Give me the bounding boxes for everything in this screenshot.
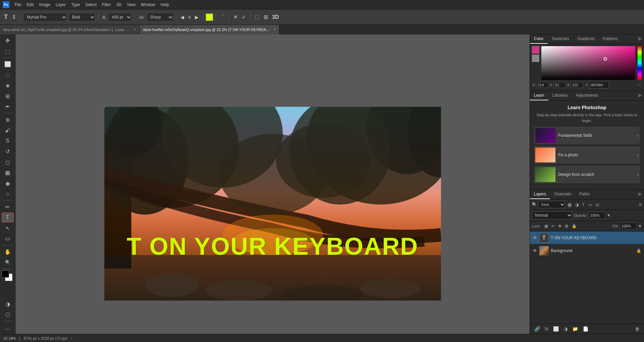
tab-channels[interactable]: Channels [550, 190, 575, 199]
tab-gradients[interactable]: Gradients [573, 34, 599, 44]
screen-mode-tool[interactable]: ⬡ [2, 310, 14, 320]
tab-learn[interactable]: Learn [530, 91, 548, 100]
hand-tool[interactable]: ✋ [2, 247, 14, 257]
text-tool[interactable]: T [2, 213, 14, 223]
layer-bg-eye[interactable]: 👁 [533, 248, 537, 253]
menu-file[interactable]: File [12, 2, 24, 8]
add-mask-btn[interactable]: ⬜ [551, 325, 561, 333]
eyedropper-tool[interactable]: ✒ [2, 102, 14, 112]
text-orientation-icon[interactable]: ⇕ [10, 13, 18, 21]
more-tools[interactable]: … [2, 322, 14, 333]
learn-card-more[interactable]: Design from scratch › [534, 166, 640, 183]
canvas-area[interactable]: T ON YOUR KEYBOARD [15, 34, 530, 334]
tab-paths[interactable]: Paths [575, 190, 594, 199]
menu-view[interactable]: View [124, 2, 138, 8]
clone-stamp-tool[interactable]: S [2, 136, 14, 146]
document-options-icon[interactable]: ⬚ [253, 13, 261, 21]
tab-libraries[interactable]: Libraries [548, 91, 572, 100]
3d-option[interactable]: 3D [271, 13, 280, 21]
filter-shape-btn[interactable]: ▭ [587, 201, 593, 208]
menu-edit[interactable]: Edit [24, 2, 36, 8]
commit-text-icon[interactable]: ✓ [240, 13, 247, 21]
color-gradient-picker[interactable] [541, 46, 635, 80]
lasso-tool[interactable]: ◌ [2, 70, 14, 80]
tab-1[interactable]: lena-denk-vO_RghTzvxE-unsplash.jpg @ 30.… [0, 25, 140, 34]
fill-arrow[interactable]: ▼ [638, 224, 642, 228]
gradient-tool[interactable]: ▦ [2, 168, 14, 178]
menu-window[interactable]: Window [138, 2, 158, 8]
menu-select[interactable]: Select [82, 2, 99, 8]
tab-adjustments[interactable]: Adjustments [572, 91, 602, 100]
quick-mask-tool[interactable]: ◑ [2, 299, 14, 309]
lock-transparent-icon[interactable]: ▦ [543, 223, 549, 229]
path-selection-tool[interactable]: ↖ [2, 223, 14, 233]
new-layer-btn[interactable]: 📄 [581, 325, 590, 333]
fill-input[interactable] [620, 222, 637, 230]
align-left-icon[interactable]: ◀ [179, 14, 185, 21]
tab-patterns[interactable]: Patterns [599, 34, 622, 44]
move-tool[interactable]: ✥ [2, 36, 14, 46]
add-style-btn[interactable]: fx [543, 325, 550, 333]
learn-panel-expand-icon[interactable]: ▶ [636, 91, 644, 100]
hex-input[interactable] [589, 81, 609, 89]
opacity-input[interactable] [588, 212, 605, 219]
status-arrow[interactable]: › [71, 336, 72, 340]
eraser-tool[interactable]: ◻ [2, 157, 14, 167]
object-select-tool[interactable]: ◈ [2, 81, 14, 91]
align-right-icon[interactable]: ▶ [194, 14, 200, 21]
zoom-tool[interactable]: 🔍 [2, 257, 14, 268]
filter-pixel-btn[interactable]: ▦ [567, 201, 573, 208]
font-size-select[interactable]: 400 pt [108, 13, 132, 22]
foreground-color[interactable] [2, 270, 9, 278]
blend-mode-select[interactable]: Normal [532, 211, 572, 219]
filter-adjust-btn[interactable]: ◑ [574, 201, 580, 208]
anti-alias-select[interactable]: Sharp [146, 13, 173, 22]
history-brush-tool[interactable]: ↺ [2, 147, 14, 157]
dodge-tool[interactable]: ○ [2, 189, 14, 199]
layer-item-background[interactable]: 👁 Background 🔒 [530, 244, 644, 257]
channel-g-input[interactable] [554, 82, 566, 88]
menu-3d[interactable]: 3D [113, 2, 124, 8]
artboard-tool[interactable]: ⬚ [2, 46, 14, 57]
text-tool-icon[interactable]: T [3, 13, 9, 21]
menu-image[interactable]: Image [36, 2, 53, 8]
filter-kind-select[interactable]: Kind [538, 201, 565, 208]
learn-card-fix[interactable]: Fix a photo › [534, 146, 640, 164]
tab-2[interactable]: dave-hoefler-m5oOq4iyaeQ-unsplash.jpg @ … [140, 25, 279, 34]
filter-smart-btn[interactable]: ◎ [595, 201, 600, 208]
new-fill-btn[interactable]: ◑ [562, 325, 569, 333]
crop-tool[interactable]: ⊞ [2, 91, 14, 101]
color-fg-preview[interactable] [532, 46, 539, 54]
tab-color[interactable]: Color [530, 34, 548, 44]
lock-position-icon[interactable]: ✥ [557, 223, 563, 229]
pen-tool[interactable]: ✏ [2, 202, 14, 212]
lock-image-icon[interactable]: ✏ [550, 223, 556, 229]
channel-r-input[interactable] [536, 82, 548, 88]
opacity-arrow[interactable]: ▼ [607, 213, 611, 218]
new-group-btn[interactable]: 📁 [571, 325, 580, 333]
layer-item-text[interactable]: 👁 T T ON YOUR KEYBOARD [530, 231, 644, 244]
lock-artboard-icon[interactable]: ⊠ [564, 223, 569, 229]
menu-filter[interactable]: Filter [99, 2, 114, 8]
color-bg-preview[interactable] [532, 55, 539, 62]
menu-type[interactable]: Type [68, 2, 82, 8]
font-family-select[interactable]: Myriad Pro [23, 13, 67, 22]
filter-type-btn[interactable]: T [581, 201, 586, 208]
delete-layer-btn[interactable]: 🗑 [633, 325, 641, 333]
tab-layers[interactable]: Layers [530, 190, 550, 199]
warp-text-icon[interactable]: ⌒ [219, 13, 226, 21]
healing-brush-tool[interactable]: ⊕ [2, 115, 14, 125]
layer-text-eye[interactable]: 👁 [533, 235, 537, 241]
align-center-icon[interactable]: ≡ [187, 14, 192, 21]
cancel-text-icon[interactable]: ✕ [232, 13, 239, 21]
font-style-select[interactable]: Bold [68, 13, 95, 22]
tab-1-close[interactable]: ✕ [133, 28, 136, 31]
layers-panel-expand-icon[interactable]: ▶ [636, 190, 644, 199]
tab-swatches[interactable]: Swatches [548, 34, 573, 44]
tab-2-close[interactable]: ✕ [273, 28, 276, 31]
marquee-tool[interactable]: ⬜ [2, 59, 14, 69]
link-layers-btn[interactable]: 🔗 [533, 325, 542, 333]
shape-tool[interactable]: ▭ [2, 234, 14, 244]
text-color-swatch[interactable] [206, 13, 213, 21]
color-expand-btn[interactable]: ⋯ [637, 83, 641, 87]
